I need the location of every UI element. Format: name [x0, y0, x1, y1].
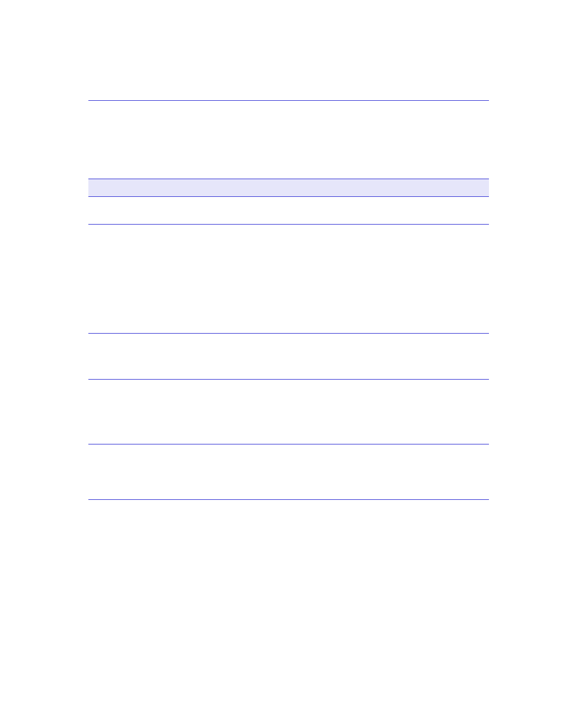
horizontal-rule — [88, 196, 489, 197]
document-page — [0, 0, 562, 728]
horizontal-rule — [88, 444, 489, 444]
horizontal-rule — [88, 100, 489, 101]
horizontal-rule — [88, 224, 489, 225]
highlight-band — [88, 179, 489, 196]
horizontal-rule — [88, 499, 489, 500]
horizontal-rule — [88, 179, 489, 179]
horizontal-rule — [88, 379, 489, 380]
horizontal-rule — [88, 333, 489, 334]
